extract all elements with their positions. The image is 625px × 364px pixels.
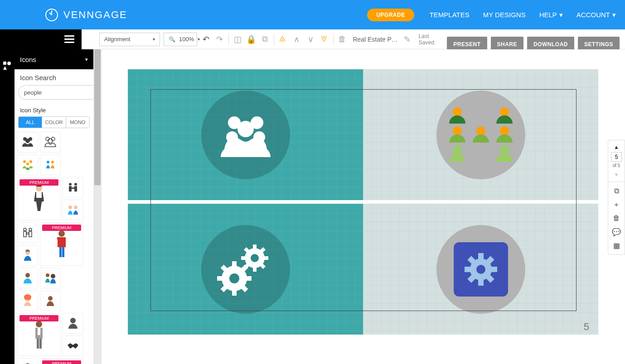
top-bar: VENNGAGE UPGRADE TEMPLATES MY DESIGNS HE…	[0, 0, 625, 29]
svg-point-39	[36, 321, 42, 327]
svg-point-17	[74, 183, 77, 186]
svg-rect-85	[478, 278, 484, 286]
chevron-down-icon: ▾	[85, 57, 88, 62]
icon-result[interactable]	[40, 154, 61, 175]
nav-help[interactable]: HELP▾	[539, 11, 563, 19]
icon-result[interactable]	[63, 177, 83, 198]
edit-title-icon[interactable]: ✎	[402, 34, 412, 45]
icon-search-input[interactable]	[18, 85, 93, 100]
canvas-element-gears-circle[interactable]	[201, 225, 290, 314]
icon-result[interactable]	[40, 290, 61, 311]
page-rail: ▲ 5 of 5 ▼ ⧉ ＋ 🗑 💬 ▦	[608, 140, 625, 255]
svg-rect-33	[62, 247, 64, 257]
hamburger-icon[interactable]	[64, 35, 74, 43]
svg-point-83	[476, 265, 485, 274]
icon-result-premium[interactable]: PREMIUM	[40, 222, 83, 266]
side-category-header[interactable]: Icons ▾	[15, 49, 93, 69]
chevron-down-icon: ▾	[153, 37, 155, 42]
nav-account[interactable]: ACCOUNT▾	[577, 11, 616, 19]
svg-point-24	[29, 228, 32, 231]
svg-point-12	[47, 161, 49, 163]
bring-front-icon[interactable]: ⩓	[278, 34, 288, 45]
svg-point-38	[48, 296, 53, 301]
redo-icon[interactable]: ↷	[214, 34, 224, 45]
lock-icon[interactable]: 🔒	[246, 34, 256, 45]
canvas-element-color-people[interactable]	[436, 91, 525, 179]
icon-result[interactable]	[17, 132, 38, 153]
svg-point-63	[251, 254, 259, 262]
canvas-quadrant[interactable]	[363, 69, 598, 200]
last-saved-label: Last Saved:	[419, 33, 444, 46]
icon-result[interactable]	[17, 268, 38, 288]
search-icon: 🔍	[169, 36, 175, 43]
current-page-input[interactable]: 5	[611, 152, 622, 162]
nav-mydesigns[interactable]: MY DESIGNS	[483, 11, 526, 19]
upgrade-button[interactable]: UPGRADE	[367, 9, 414, 21]
alignment-dropdown[interactable]: Alignment ▾	[99, 33, 160, 46]
send-back-icon[interactable]: ⩔	[319, 34, 329, 45]
nav-account-label: ACCOUNT	[577, 11, 610, 19]
svg-rect-66	[241, 256, 247, 260]
icon-result[interactable]	[17, 290, 38, 311]
canvas[interactable]: 5	[128, 69, 598, 335]
svg-point-23	[24, 228, 26, 231]
delete-page-icon[interactable]: 🗑	[610, 212, 623, 225]
tab-mono[interactable]: MONO	[66, 117, 89, 128]
svg-rect-64	[253, 244, 257, 250]
svg-rect-75	[232, 289, 237, 296]
icon-result[interactable]	[17, 154, 38, 175]
icon-result[interactable]	[17, 245, 38, 266]
canvas-element-people-circle[interactable]	[201, 91, 290, 179]
toolbar: Alignment ▾ 🔍 100% ▾ ↶ ↷ ◫ 🔒 ⧉ ⩓ ∧ ∨ ⩔ 🗑…	[0, 29, 625, 49]
copy-icon[interactable]: ⧉	[260, 34, 270, 45]
svg-rect-67	[263, 256, 268, 260]
canvas-quadrant[interactable]	[363, 204, 598, 335]
comments-icon[interactable]: 💬	[610, 225, 623, 238]
svg-point-37	[51, 274, 55, 278]
nav-templates[interactable]: TEMPLATES	[430, 11, 470, 19]
svg-rect-86	[465, 267, 472, 272]
canvas-quadrant[interactable]	[128, 69, 363, 200]
chevron-down-icon: ▾	[198, 37, 200, 42]
delete-icon[interactable]: 🗑	[337, 34, 347, 45]
document-title: Real Estate Pres...	[353, 36, 398, 43]
top-nav: TEMPLATES MY DESIGNS HELP▾ ACCOUNT▾	[430, 11, 616, 19]
side-panel: Icons ▾ Icon Search ⊗ 🔍 Icon Style ALL C…	[15, 49, 93, 364]
svg-rect-77	[245, 276, 252, 281]
send-backward-icon[interactable]: ∨	[305, 34, 315, 45]
canvas-quadrant[interactable]	[128, 204, 363, 335]
icon-result-premium[interactable]: PREMIUM	[17, 313, 61, 356]
icon-result[interactable]	[40, 268, 61, 288]
prev-page-icon[interactable]: ▲	[613, 143, 620, 151]
icon-result[interactable]	[17, 358, 38, 364]
icon-result[interactable]	[63, 313, 83, 334]
bring-forward-icon[interactable]: ∧	[292, 34, 302, 45]
svg-rect-15	[36, 192, 42, 198]
undo-icon[interactable]: ↶	[201, 34, 211, 45]
tab-color[interactable]: COLOR	[42, 117, 65, 128]
icon-result-premium[interactable]: PREMIUM	[17, 177, 61, 220]
zoom-dropdown[interactable]: 🔍 100% ▾	[164, 33, 197, 46]
svg-point-60	[226, 131, 238, 143]
add-page-icon[interactable]: ＋	[610, 198, 623, 211]
canvas-element-gear-box[interactable]	[436, 225, 525, 314]
icon-result[interactable]	[63, 200, 83, 220]
next-page-icon[interactable]: ▼	[613, 171, 620, 179]
icon-result[interactable]	[63, 335, 83, 356]
icon-result[interactable]	[40, 132, 61, 153]
canvas-area: 5 ▲ 5 of 5 ▼ ⧉ ＋ 🗑 💬 ▦	[102, 49, 625, 364]
nav-help-label: HELP	[539, 11, 557, 19]
duplicate-page-icon[interactable]: ⧉	[610, 185, 623, 197]
shapes-category-icon[interactable]	[0, 58, 15, 73]
premium-badge: PREMIUM	[42, 225, 81, 231]
side-toggle-area	[0, 29, 82, 49]
svg-rect-27	[26, 233, 29, 234]
group-icon[interactable]: ◫	[233, 34, 242, 45]
scrollbar-thumb[interactable]	[94, 49, 101, 185]
icon-result-premium[interactable]: PREMIUM	[40, 358, 83, 364]
tab-all[interactable]: ALL	[19, 117, 42, 128]
grid-view-icon[interactable]: ▦	[610, 239, 623, 252]
side-scrollbar[interactable]	[93, 49, 102, 364]
icon-result[interactable]	[17, 222, 38, 243]
side-category-label: Icons	[20, 56, 36, 63]
